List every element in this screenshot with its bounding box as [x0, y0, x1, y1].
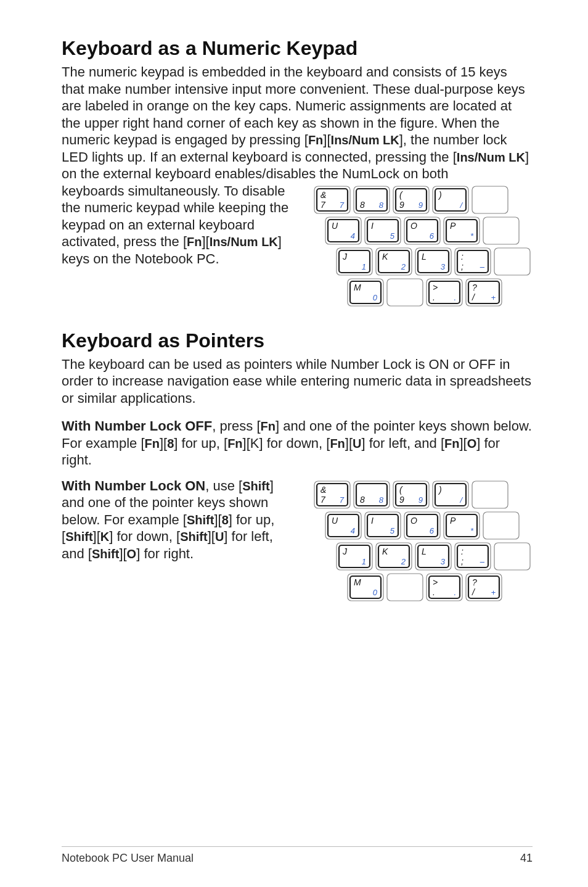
section2-title: Keyboard as Pointers [62, 329, 533, 352]
keyboard-diagram-1: &7788(99)/U4I5O6P*J1K2L3:;–M0>..?/+ [311, 183, 533, 312]
s3b: , use [ [205, 478, 242, 493]
page-content: Keyboard as a Numeric Keypad The numeric… [0, 0, 588, 632]
svg-text:I: I [371, 221, 374, 231]
numlock-on-label: With Number Lock ON [62, 478, 205, 493]
svg-text:5: 5 [390, 526, 395, 535]
key-shift-1: Shift [242, 479, 269, 493]
s2e: ] for up, [ [174, 435, 227, 451]
svg-text:+: + [491, 588, 496, 597]
svg-text:U: U [332, 221, 338, 231]
svg-text:K: K [382, 252, 388, 262]
svg-text:?: ? [472, 283, 477, 292]
svg-text:9: 9 [419, 495, 423, 505]
s2h: ] for left, and [ [362, 435, 445, 451]
svg-text:5: 5 [390, 231, 395, 241]
svg-text:&: & [321, 485, 326, 495]
key-k: K [100, 530, 109, 543]
s3h: ][ [208, 529, 215, 544]
svg-text:P: P [450, 516, 456, 526]
svg-text:–: – [480, 262, 485, 271]
svg-text:7: 7 [321, 495, 326, 505]
key-fn-2: Fn [187, 235, 202, 249]
svg-text:M: M [354, 283, 361, 292]
key-insnum-3: Ins/Num LK [210, 235, 278, 249]
page-footer: Notebook PC User Manual 41 [62, 846, 533, 865]
s3g: ] for down, [ [109, 529, 180, 544]
svg-text:9: 9 [419, 200, 423, 210]
svg-text:4: 4 [351, 526, 355, 535]
section2-para1: The keyboard can be used as pointers whi… [62, 356, 533, 407]
svg-text:9: 9 [399, 495, 404, 505]
key-insnum-2: Ins/Num LK [457, 151, 525, 164]
svg-text:;: ; [461, 262, 463, 271]
svg-rect-122 [494, 543, 530, 570]
s2f: ][K] for down, [ [243, 435, 330, 451]
s3d: ][ [214, 512, 221, 527]
key-fn-5: Fn [227, 437, 242, 450]
key-o: O [467, 437, 477, 450]
svg-rect-127 [387, 574, 423, 601]
svg-rect-35 [483, 217, 519, 244]
key-fn-4: Fn [145, 437, 160, 450]
section1-para-left: keyboards simultaneously. To disable the… [62, 183, 298, 268]
svg-text:P: P [450, 221, 456, 231]
key-insnum-1: Ins/Num LK [331, 133, 399, 147]
key-ob: O [127, 547, 137, 561]
svg-text::: : [461, 252, 463, 262]
svg-text:;: ; [461, 556, 463, 566]
svg-text:I: I [371, 516, 374, 526]
key-fn-1: Fn [308, 133, 323, 147]
svg-text:J: J [342, 547, 348, 556]
svg-text:L: L [422, 252, 427, 262]
svg-text:9: 9 [399, 200, 404, 210]
svg-text:0: 0 [373, 588, 378, 597]
svg-text:>: > [433, 577, 438, 587]
svg-text:0: 0 [373, 293, 378, 302]
svg-text:8: 8 [379, 200, 384, 210]
svg-text:6: 6 [430, 526, 435, 535]
svg-text:&: & [321, 190, 326, 200]
svg-text:6: 6 [430, 231, 435, 241]
svg-text:U: U [332, 516, 338, 526]
s3f: ][ [93, 529, 100, 544]
svg-text:3: 3 [441, 262, 446, 271]
key-shift-5: Shift [92, 547, 119, 561]
svg-text:7: 7 [340, 495, 345, 505]
t1b: ][ [323, 132, 330, 147]
svg-text:4: 4 [351, 231, 355, 241]
svg-text:–: – [480, 557, 485, 566]
svg-text:M: M [354, 577, 361, 587]
svg-text:2: 2 [401, 262, 406, 271]
svg-text:.: . [454, 293, 456, 302]
s2b: , press [ [212, 418, 260, 434]
section2-para2: With Number Lock OFF, press [Fn] and one… [62, 418, 533, 469]
svg-text:7: 7 [321, 200, 326, 210]
section2-para3: With Number Lock ON, use [Shift] and one… [62, 477, 298, 563]
key-8: 8 [167, 437, 174, 450]
svg-text:2: 2 [401, 557, 406, 566]
footer-title: Notebook PC User Manual [62, 852, 194, 865]
svg-text:J: J [342, 252, 348, 262]
section2-wrap: With Number Lock ON, use [Shift] and one… [62, 477, 533, 607]
svg-rect-18 [472, 186, 508, 213]
svg-text:+: + [491, 293, 496, 302]
svg-text:K: K [382, 547, 388, 556]
svg-text:.: . [454, 588, 456, 597]
key-fn-7: Fn [444, 437, 459, 450]
s2d: ][ [160, 435, 167, 451]
svg-text:1: 1 [362, 557, 366, 566]
svg-text:8: 8 [360, 495, 365, 505]
svg-text:1: 1 [362, 262, 366, 271]
s3k: ] for right. [136, 546, 194, 561]
svg-text:>: > [433, 283, 438, 292]
svg-rect-104 [483, 512, 519, 539]
s3j: ][ [119, 546, 126, 561]
section1-title: Keyboard as a Numeric Keypad [62, 37, 533, 60]
key-shift-3: Shift [65, 530, 92, 543]
key-shift-2: Shift [187, 513, 214, 527]
svg-text:O: O [410, 516, 417, 526]
key-u: U [353, 437, 361, 450]
section1-para-full: The numeric keypad is embedded in the ke… [62, 64, 533, 183]
svg-text:8: 8 [379, 495, 384, 505]
key-shift-4: Shift [180, 530, 207, 543]
